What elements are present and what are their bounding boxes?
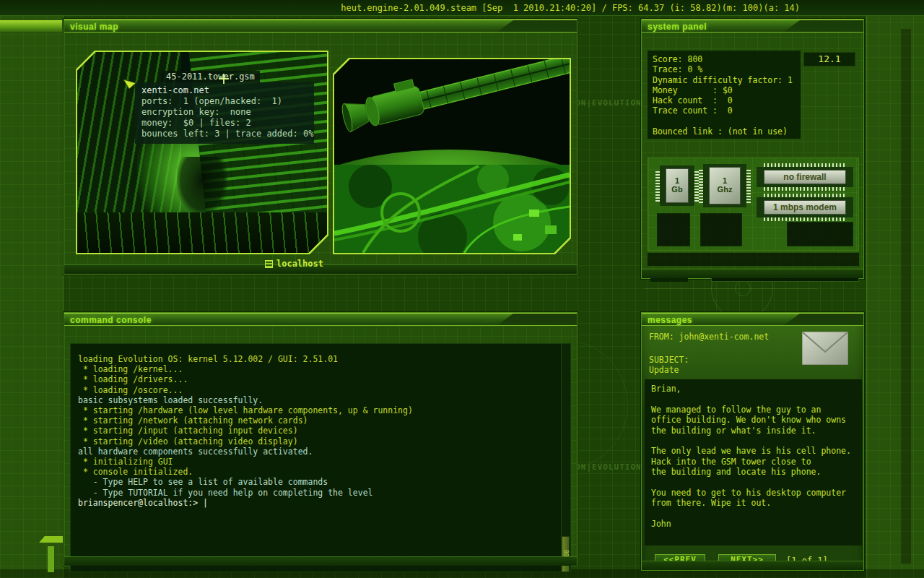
firewall-module[interactable]: no firewall	[757, 167, 853, 187]
console-scrollbar[interactable]: 000	[561, 344, 570, 571]
message-body: Brian, We managed to follow the guy to a…	[645, 379, 862, 545]
host-icon	[265, 260, 273, 268]
tooltip-line: bounces left: 3 | trace added: 0%	[141, 129, 308, 139]
empty-hardware-slot[interactable]	[657, 213, 690, 246]
cpu-value: 1	[714, 176, 736, 185]
messages-title: messages	[648, 315, 692, 325]
console-line: * starting /hardware (low level hardware…	[78, 405, 413, 415]
tooltip-line: encryption key: none	[141, 107, 308, 118]
command-console-header: command console	[64, 313, 577, 326]
bottom-left-deco	[48, 546, 54, 572]
message-line: We managed to follow the guy to an	[651, 405, 855, 415]
crosshair-line-deco	[644, 288, 817, 289]
map-tooltip-title: 45-2011.tower.gsm	[161, 71, 260, 82]
console-output[interactable]: loading Evolution OS: kernel 5.12.002 / …	[70, 343, 571, 572]
aerial-highway-photo	[334, 165, 570, 253]
bounced-link-line: Bounced link : (not in use)	[653, 126, 796, 137]
console-line: * loading /drivers...	[78, 374, 413, 384]
console-line: brianspencer@localhost:> |	[78, 498, 413, 508]
console-line: basic subsystems loaded successfully.	[78, 395, 413, 405]
stat-line: Money : $0	[653, 85, 796, 95]
left-edge-texture	[0, 16, 64, 578]
system-panel: system panel Score: 800Trace: 0 %Dynamic…	[641, 19, 864, 279]
building-ground	[77, 212, 327, 253]
stat-line: Dynamic difficulty factor: 1	[653, 75, 796, 85]
visual-map-panel: visual map	[64, 19, 578, 275]
hardware-board: 1 Gb 1 Ghz no firewall 1 mbps modem	[648, 158, 859, 251]
empty-hardware-slot[interactable]	[787, 222, 853, 246]
console-line: * loading /oscore...	[78, 385, 413, 395]
message-subject: Update	[649, 365, 679, 375]
system-stats: Score: 800Trace: 0 %Dynamic difficulty f…	[648, 51, 801, 139]
console-line: all hardware components successfully act…	[78, 447, 413, 457]
messages-bottom-trim	[642, 561, 863, 570]
satellite-aerial-frame	[333, 58, 571, 254]
message-line	[651, 478, 855, 488]
map-tooltip: xenti-com.net ports: 1 (open/hacked: 1)e…	[135, 82, 314, 144]
message-line: The only lead we have is his cell phone.	[651, 446, 855, 456]
satellite-photo	[334, 59, 570, 165]
console-line: * starting /network (attaching network c…	[78, 415, 413, 426]
message-line: You need to get to his desktop computer	[651, 488, 855, 498]
modem-module[interactable]: 1 mbps modem	[757, 197, 853, 217]
cpu-load-gauge: 12.1	[803, 52, 855, 66]
message-line: the building and locate his phone.	[651, 467, 855, 477]
message-from-line: FROM: john@xenti-com.net	[649, 332, 769, 342]
satellite-aerial-photo	[334, 59, 570, 253]
messages-panel: messages FROM: john@xenti-com.net SUBJEC…	[641, 312, 864, 571]
ram-unit: Gb	[671, 185, 684, 194]
message-line	[651, 394, 855, 404]
console-line: loading Evolution OS: kernel 5.12.002 / …	[78, 354, 413, 364]
gsm-tower-marker-icon[interactable]	[219, 74, 229, 84]
localhost-node[interactable]: localhost	[265, 259, 323, 269]
localhost-label: localhost	[276, 259, 323, 269]
left-header-deco-band	[0, 20, 62, 32]
firewall-label: no firewall	[764, 170, 846, 184]
visual-map-header: visual map	[64, 20, 577, 33]
console-line: * starting /video (attaching video displ…	[78, 436, 413, 447]
console-line: * starting /input (attaching input devic…	[78, 426, 413, 436]
envelope-icon	[802, 332, 848, 365]
stat-line: Score: 800	[653, 54, 796, 64]
engine-status-bar: heut.engine-2.01.049.steam [Sep 1 2010.2…	[0, 0, 924, 16]
system-panel-body: Score: 800Trace: 0 %Dynamic difficulty f…	[642, 33, 863, 269]
map-cursor-icon	[123, 79, 136, 90]
tooltip-line: money: $0 | files: 2	[141, 118, 308, 129]
right-edge-texture	[866, 16, 924, 578]
console-line: - Type HELP to see a list of available c…	[78, 477, 413, 487]
command-console-body: loading Evolution OS: kernel 5.12.002 / …	[64, 327, 577, 556]
stat-line: Trace count : 0	[653, 105, 796, 116]
cpu-unit: Ghz	[714, 185, 736, 194]
console-line: * loading /kernel...	[78, 364, 413, 374]
console-line: * initializing GUI	[78, 457, 413, 467]
empty-hardware-slot[interactable]	[700, 213, 742, 246]
message-line: Hack into the GSM tower close to	[651, 457, 855, 467]
tree-silhouette	[177, 157, 227, 215]
system-panel-bottom-trim	[642, 269, 863, 278]
stat-line: Hack count : 0	[653, 95, 796, 105]
command-console-title: command console	[70, 315, 152, 325]
message-subject-label: SUBJECT:	[649, 355, 689, 365]
message-line	[651, 509, 855, 519]
message-line: from there. Wipe it out.	[651, 498, 855, 508]
ram-chip[interactable]: 1 Gb	[660, 165, 694, 206]
console-line: - Type TUTORIAL if you need help on comp…	[78, 488, 413, 498]
message-line: Brian,	[651, 384, 855, 394]
tooltip-host: xenti-com.net	[141, 85, 308, 96]
ram-value: 1	[671, 176, 684, 185]
console-line: * console initialized.	[78, 467, 413, 477]
message-line: office building. We don't know who owns	[651, 415, 855, 425]
console-scroll-thumb[interactable]: 000	[562, 536, 570, 572]
system-panel-header: system panel	[642, 20, 863, 33]
message-line: the building or what's inside it.	[651, 426, 855, 436]
visual-map-title: visual map	[70, 22, 118, 32]
engine-status-text: heut.engine-2.01.049.steam [Sep 1 2010.2…	[341, 3, 800, 13]
tooltip-line: ports: 1 (open/hacked: 1)	[141, 96, 308, 107]
command-console-bottom-trim	[64, 556, 577, 566]
modem-label: 1 mbps modem	[764, 200, 846, 215]
visual-map-body[interactable]: 45-2011.tower.gsm xenti-com.net ports: 1…	[64, 33, 577, 264]
right-edge-dark-band	[901, 29, 911, 564]
system-divider-strip	[648, 253, 859, 266]
cpu-chip[interactable]: 1 Ghz	[703, 164, 746, 207]
system-panel-title: system panel	[648, 22, 707, 32]
